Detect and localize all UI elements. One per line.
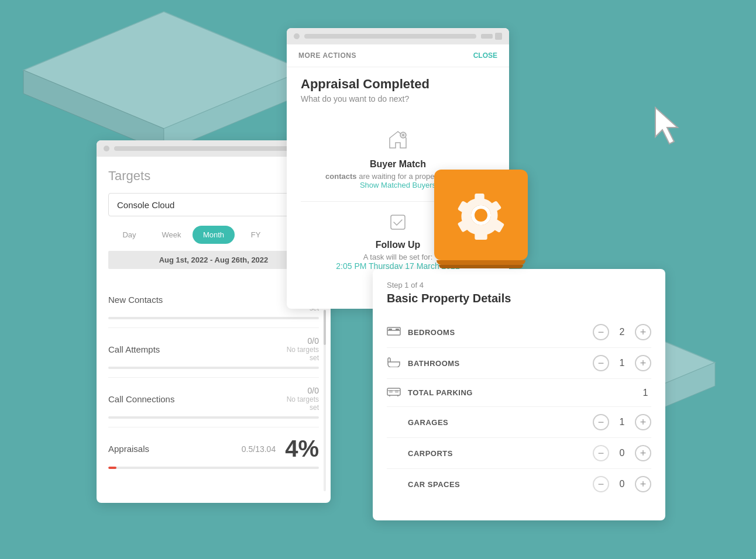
bathrooms-label: BATHROOMS bbox=[408, 359, 593, 368]
bed-icon bbox=[387, 326, 408, 339]
tab-day[interactable]: Day bbox=[108, 226, 150, 244]
carports-increment[interactable]: + bbox=[635, 445, 651, 461]
carports-row: CARPORTS − 0 + bbox=[387, 438, 651, 469]
platform-left bbox=[0, 0, 328, 152]
total-parking-value: 1 bbox=[640, 388, 651, 398]
metric-call-connections: Call Connections 0/0 No targetsset bbox=[108, 378, 319, 427]
carports-value: 0 bbox=[616, 448, 628, 458]
property-title: Basic Property Details bbox=[387, 292, 651, 305]
bedrooms-increment[interactable]: + bbox=[635, 324, 651, 340]
buyer-match-title: Buyer Match bbox=[301, 159, 495, 170]
actions-bar: MORE ACTIONS CLOSE bbox=[287, 44, 509, 67]
scrollbar-track[interactable] bbox=[324, 310, 326, 491]
appraisal-close-btn[interactable] bbox=[495, 33, 502, 40]
carports-decrement[interactable]: − bbox=[593, 445, 609, 461]
tab-week[interactable]: Week bbox=[150, 226, 193, 244]
call-attempts-bar-track bbox=[108, 367, 319, 369]
bedrooms-decrement[interactable]: − bbox=[593, 324, 609, 340]
total-parking-label: TOTAL PARKING bbox=[408, 388, 640, 397]
call-connections-target: No targetsset bbox=[287, 395, 319, 412]
call-attempts-target: No targetsset bbox=[287, 346, 319, 362]
call-connections-value: 0/0 bbox=[287, 386, 319, 395]
metric-call-attempts: Call Attempts 0/0 No targetsset bbox=[108, 328, 319, 378]
carports-stepper[interactable]: − 0 + bbox=[593, 445, 651, 461]
parking-icon bbox=[387, 386, 408, 399]
garages-stepper[interactable]: − 1 + bbox=[593, 414, 651, 430]
more-actions-label[interactable]: MORE ACTIONS bbox=[298, 51, 356, 60]
bedrooms-stepper[interactable]: − 2 + bbox=[593, 324, 651, 340]
appraisals-bar-fill bbox=[108, 467, 116, 469]
bathrooms-decrement[interactable]: − bbox=[593, 355, 609, 371]
house-icon bbox=[301, 129, 495, 154]
titlebar-dot bbox=[104, 146, 109, 151]
gear-badge bbox=[434, 170, 528, 260]
bathrooms-row: BATHROOMS − 1 + bbox=[387, 348, 651, 379]
appraisal-title: Appraisal Completed bbox=[301, 77, 495, 92]
metric-appraisals: Appraisals 0.5/13.04 4% bbox=[108, 427, 319, 477]
car-spaces-stepper[interactable]: − 0 + bbox=[593, 476, 651, 492]
svg-rect-9 bbox=[389, 329, 392, 330]
svg-rect-10 bbox=[396, 329, 399, 330]
call-connections-bar-track bbox=[108, 416, 319, 419]
total-parking-row: TOTAL PARKING 1 bbox=[387, 379, 651, 407]
bedrooms-row: BEDROOMS − 2 + bbox=[387, 317, 651, 348]
new-contacts-label: New Contacts bbox=[108, 295, 163, 305]
property-card: Step 1 of 4 Basic Property Details BEDRO… bbox=[373, 269, 665, 520]
garages-row: GARAGES − 1 + bbox=[387, 407, 651, 438]
targets-title: Targets bbox=[108, 168, 150, 184]
garages-value: 1 bbox=[616, 417, 628, 427]
appraisal-titlebar-bar bbox=[304, 34, 476, 39]
contacts-text: contacts bbox=[325, 172, 356, 181]
garages-decrement[interactable]: − bbox=[593, 414, 609, 430]
garages-label: GARAGES bbox=[387, 418, 593, 427]
appraisals-label: Appraisals bbox=[108, 444, 149, 454]
car-spaces-increment[interactable]: + bbox=[635, 476, 651, 492]
close-button[interactable]: CLOSE bbox=[473, 51, 497, 60]
call-connections-label: Call Connections bbox=[108, 394, 174, 404]
call-attempts-label: Call Attempts bbox=[108, 344, 160, 354]
appraisal-titlebar-dot bbox=[294, 33, 300, 39]
bedrooms-label: BEDROOMS bbox=[408, 328, 593, 337]
call-attempts-value: 0/0 bbox=[287, 336, 319, 346]
svg-rect-8 bbox=[387, 330, 400, 335]
car-spaces-label: CAR SPACES bbox=[387, 480, 593, 489]
bath-icon bbox=[387, 357, 408, 370]
new-contacts-bar-track bbox=[108, 317, 319, 319]
car-spaces-row: CAR SPACES − 0 + bbox=[387, 469, 651, 499]
appraisals-value: 0.5/13.04 bbox=[242, 444, 276, 454]
appraisal-subtitle: What do you want to do next? bbox=[301, 94, 495, 103]
garages-increment[interactable]: + bbox=[635, 414, 651, 430]
bedrooms-value: 2 bbox=[616, 327, 628, 337]
car-spaces-decrement[interactable]: − bbox=[593, 476, 609, 492]
appraisals-bar-track bbox=[108, 467, 319, 469]
bathrooms-value: 1 bbox=[616, 358, 628, 368]
carports-label: CARPORTS bbox=[387, 449, 593, 458]
scrollbar-thumb[interactable] bbox=[324, 310, 326, 345]
svg-rect-7 bbox=[391, 215, 405, 229]
appraisal-min-btn bbox=[481, 34, 493, 39]
titlebar-bar bbox=[114, 146, 298, 151]
appraisals-big-value: 4% bbox=[285, 436, 319, 462]
appraisal-titlebar bbox=[287, 28, 509, 44]
tab-month[interactable]: Month bbox=[193, 226, 235, 244]
bathrooms-stepper[interactable]: − 1 + bbox=[593, 355, 651, 371]
bathrooms-increment[interactable]: + bbox=[635, 355, 651, 371]
office-dropdown-value: Console Cloud bbox=[117, 200, 174, 210]
appraisal-titlebar-buttons bbox=[481, 33, 502, 40]
cursor-arrow bbox=[651, 105, 686, 149]
step-label: Step 1 of 4 bbox=[387, 281, 651, 289]
car-spaces-value: 0 bbox=[616, 479, 628, 489]
gear-icon bbox=[455, 189, 507, 241]
tab-fy[interactable]: FY bbox=[235, 226, 277, 244]
